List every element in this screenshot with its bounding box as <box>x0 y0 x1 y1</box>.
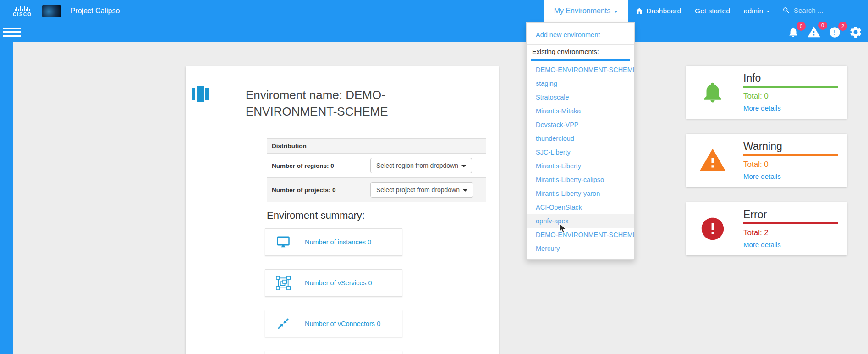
env-menu-item[interactable]: Mirantis-Liberty-yaron <box>527 187 634 200</box>
env-menu-item[interactable]: Mirantis-Mitaka <box>527 104 634 118</box>
distribution-table: Distribution Number of regions: 0 Select… <box>267 138 486 202</box>
environment-card: Enviroment name: DEMO-ENVIRONMENT-SCHEME… <box>186 66 499 354</box>
chevron-down-icon <box>766 11 770 12</box>
brand-image <box>42 5 61 17</box>
nav-dashboard[interactable]: Dashboard <box>635 7 681 15</box>
info-bell-icon <box>698 73 727 111</box>
error-circle-icon <box>698 210 727 248</box>
env-menu-item[interactable]: Mirantis-Liberty <box>527 159 634 173</box>
env-menu-item[interactable]: staging <box>527 77 634 90</box>
warnings-button[interactable]: 0 <box>807 25 821 39</box>
select-project-dropdown[interactable]: Select project from dropdown <box>370 182 473 198</box>
environment-summary-list: Number of instances 0 Number of vService… <box>265 228 402 354</box>
info-status-card: Info Total: 0 More details <box>686 66 847 119</box>
monitor-icon <box>275 235 291 249</box>
regions-label: Number of regions: 0 <box>272 162 370 169</box>
info-total: Total: 0 <box>743 92 838 101</box>
env-menu-item[interactable]: DEMO-ENVIRONMENT-SCHEME <box>527 63 634 77</box>
env-menu-item[interactable]: Mirantis-Liberty-calipso <box>527 173 634 187</box>
env-menu-item[interactable]: Devstack-VPP <box>527 118 634 132</box>
environment-carousel-icon <box>192 85 209 103</box>
env-menu-item[interactable]: ACI-OpenStack <box>527 200 634 214</box>
gear-icon <box>849 25 863 39</box>
vconnectors-icon <box>275 317 291 331</box>
select-region-dropdown[interactable]: Select region from dropdown <box>370 158 472 173</box>
hamburger-menu-icon[interactable] <box>3 26 21 39</box>
bell-badge: 0 <box>797 22 806 31</box>
error-title: Error <box>743 209 838 221</box>
my-environments-menu-toggle[interactable]: My Environments <box>544 0 629 22</box>
errors-button[interactable]: 2 <box>829 26 841 39</box>
vservices-link: Number of vServices 0 <box>305 279 372 287</box>
env-menu-item-hovered[interactable]: opnfv-apex <box>527 214 634 228</box>
status-column: Info Total: 0 More details Warning Total… <box>686 66 847 271</box>
info-title: Info <box>743 72 838 84</box>
env-menu-item[interactable]: SJC-Liberty <box>527 145 634 159</box>
distribution-heading: Distribution <box>267 139 486 154</box>
chevron-down-icon <box>614 11 618 13</box>
regions-row: Number of regions: 0 Select region from … <box>267 154 486 178</box>
env-menu-item[interactable]: Stratoscale <box>527 90 634 104</box>
error-underline <box>743 222 838 224</box>
environment-summary-heading: Enviroment summary: <box>267 210 365 221</box>
vconnectors-summary-card[interactable]: Number of vConnectors 0 <box>265 310 402 337</box>
env-menu-item[interactable]: thundercloud <box>527 132 634 145</box>
existing-environments-heading: Existing environments: <box>527 48 634 55</box>
menu-blue-rule <box>531 59 630 61</box>
warning-triangle-icon <box>698 141 727 180</box>
top-navbar: CISCO Project Calipso My Environments Da… <box>0 0 868 22</box>
my-environments-label: My Environments <box>554 7 611 15</box>
search-box <box>781 5 863 17</box>
error-badge: 2 <box>838 22 847 31</box>
warning-status-card: Warning Total: 0 More details <box>686 134 847 187</box>
error-more-details-link[interactable]: More details <box>743 241 838 249</box>
search-icon <box>782 6 790 14</box>
action-bar: 0 0 2 <box>0 22 868 42</box>
navbar-brand-group: CISCO Project Calipso <box>0 0 120 22</box>
app-title: Project Calipso <box>71 7 120 15</box>
collapsed-sidebar[interactable] <box>0 42 13 354</box>
add-environment-link[interactable]: Add new environment <box>527 29 634 41</box>
warning-more-details-link[interactable]: More details <box>743 172 838 180</box>
env-menu-item[interactable]: DEMO-ENVIRONMENT-SCHEME <box>527 228 634 242</box>
menu-divider <box>527 44 634 45</box>
error-status-card: Error Total: 2 More details <box>686 202 847 255</box>
navbar-menu: My Environments Dashboard Get started ad… <box>544 0 868 22</box>
search-input[interactable] <box>794 6 862 14</box>
info-underline <box>743 86 838 88</box>
projects-row: Number of projects: 0 Select project fro… <box>267 178 486 202</box>
instances-summary-card[interactable]: Number of instances 0 <box>265 228 402 256</box>
warning-total: Total: 0 <box>743 160 838 169</box>
vservices-icon <box>275 276 291 290</box>
notification-icons: 0 0 2 <box>787 25 863 39</box>
environments-dropdown-menu: Add new environment Existing environment… <box>526 22 635 260</box>
nav-get-started[interactable]: Get started <box>695 7 730 15</box>
warning-underline <box>743 154 838 156</box>
cisco-wordmark: CISCO <box>13 12 32 17</box>
environment-title: Enviroment name: DEMO-ENVIRONMENT-SCHEME <box>246 87 416 120</box>
home-icon <box>635 7 643 15</box>
chevron-down-icon <box>461 165 466 167</box>
error-total: Total: 2 <box>743 228 838 238</box>
projects-label: Number of projects: 0 <box>272 187 370 194</box>
vconnectors-link: Number of vConnectors 0 <box>305 320 380 327</box>
warning-title: Warning <box>743 140 838 153</box>
nav-dashboard-label: Dashboard <box>646 7 681 15</box>
nav-user-label: admin <box>744 7 763 15</box>
vservices-summary-card[interactable]: Number of vServices 0 <box>265 269 402 297</box>
instances-link: Number of instances 0 <box>305 238 371 246</box>
nav-get-started-label: Get started <box>695 7 730 15</box>
notifications-bell-button[interactable]: 0 <box>787 26 799 38</box>
summary-card-partial <box>265 351 402 354</box>
chevron-down-icon <box>463 189 467 192</box>
env-menu-item[interactable]: Mercury <box>527 242 634 255</box>
info-more-details-link[interactable]: More details <box>743 104 838 112</box>
settings-button[interactable] <box>849 25 863 39</box>
select-project-label: Select project from dropdown <box>376 186 460 194</box>
nav-user-menu[interactable]: admin <box>744 7 770 15</box>
select-region-label: Select region from dropdown <box>376 162 458 169</box>
mouse-cursor <box>558 223 568 235</box>
cisco-bars-icon <box>15 5 30 11</box>
cisco-logo: CISCO <box>13 5 32 17</box>
